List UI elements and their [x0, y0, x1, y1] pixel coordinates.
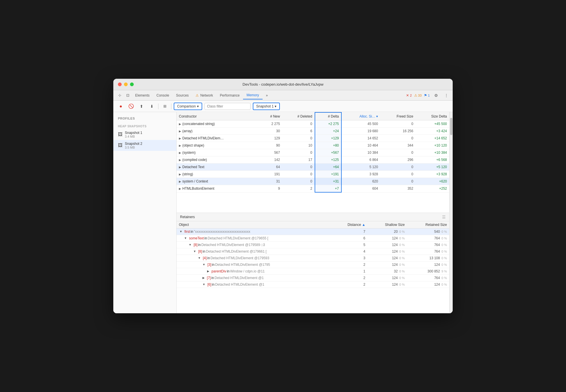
- col-new[interactable]: # New: [259, 112, 282, 120]
- toolbar-separator: [158, 103, 158, 109]
- list-item[interactable]: ▼ [3] in Detached HTMLDivElement @179521…: [177, 261, 449, 268]
- cell-constructor: ▶(compiled code): [177, 156, 259, 164]
- ret-col-retained[interactable]: Retained Size: [407, 221, 449, 228]
- retainers-title: Retainers: [180, 215, 195, 219]
- row-arrow[interactable]: ▼: [202, 263, 205, 266]
- scrollbar-thumb[interactable]: [450, 118, 452, 135]
- row-arrow[interactable]: ▼: [184, 237, 187, 240]
- cell-constructor: ▶Detached HTMLDivElem…: [177, 135, 259, 142]
- cell-size-delta: +5 120: [416, 164, 449, 171]
- warnings-badge: ⚠ 33: [414, 93, 422, 97]
- cell-distance: 5: [331, 241, 368, 248]
- table-row[interactable]: ▶(string) 191 0 +191 3 928 0 +3 928: [177, 171, 449, 178]
- row-arrow[interactable]: ▼: [198, 256, 201, 260]
- col-delta[interactable]: # Delta: [315, 112, 342, 120]
- ret-col-object[interactable]: Object: [177, 221, 331, 228]
- tab-elements[interactable]: Elements: [132, 92, 153, 99]
- table-row[interactable]: ▶(compiled code) 142 17 +125 6 864 296 +…: [177, 156, 449, 164]
- list-item[interactable]: ▼ [8] in Detached HTMLDivElement @179661…: [177, 248, 449, 255]
- row-arrow[interactable]: ▼: [202, 283, 205, 286]
- cell-freed-size: 0: [380, 164, 416, 171]
- cell-freed-size: 16 256: [380, 128, 416, 135]
- tab-network[interactable]: ⚠ Network: [192, 92, 216, 99]
- minimize-button[interactable]: [124, 82, 128, 86]
- more-options-icon[interactable]: ⋮: [442, 91, 450, 99]
- tab-more[interactable]: »: [263, 92, 271, 99]
- col-size-delta[interactable]: Size Delta: [416, 112, 449, 120]
- cell-size-delta: +10 384: [416, 149, 449, 156]
- device-toggle-icon[interactable]: ⊡: [124, 91, 132, 99]
- inspector-icon[interactable]: ⊹: [116, 91, 124, 99]
- cell-deleted: 0: [282, 135, 315, 142]
- tab-performance[interactable]: Performance: [216, 92, 243, 99]
- snapshot-dropdown[interactable]: Snapshot 1 ▾: [253, 103, 280, 110]
- class-filter-input[interactable]: [204, 103, 251, 110]
- list-item[interactable]: ▼ first in "xxxxxxxxxxxxxxxxxxxxxxxxxxxx…: [177, 228, 449, 235]
- toolbar-separator-2: [171, 103, 171, 109]
- table-row[interactable]: ▶(object shape) 90 10 +80 10 464 344 +10…: [177, 142, 449, 149]
- comparison-dropdown[interactable]: Comparison ▾: [174, 103, 202, 110]
- col-constructor[interactable]: Constructor: [177, 112, 259, 120]
- tab-console[interactable]: Console: [153, 92, 173, 99]
- cell-constructor: ▶(concatenated string): [177, 120, 259, 128]
- heap-snapshot-icon[interactable]: ⊞: [161, 102, 169, 110]
- upload-button[interactable]: ⬆: [137, 102, 146, 110]
- cell-deleted: 17: [282, 156, 315, 164]
- snapshot-item-1[interactable]: 🖼 Snapshot 1 3.4 MB: [113, 129, 176, 140]
- heap-snapshots-title: HEAP SNAPSHOTS: [113, 122, 176, 129]
- cell-alloc-size: 14 652: [341, 135, 380, 142]
- table-row[interactable]: ▶system / Context 31 0 +31 620 0 +620: [177, 178, 449, 185]
- retainers-table-container[interactable]: Object Distance Shallow Size Retained Si…: [177, 221, 449, 314]
- cell-freed-size: 0: [380, 120, 416, 128]
- table-row[interactable]: ▶(array) 30 6 +24 19 680 16 256 +3 424: [177, 128, 449, 135]
- snapshot-item-2[interactable]: 🖼 Snapshot 2 3.5 MB: [113, 140, 176, 151]
- cell-size-delta: +3 928: [416, 171, 449, 178]
- table-row[interactable]: ▶Detached Text 64 0 +64 5 120 0 +5 120: [177, 164, 449, 171]
- clear-button[interactable]: 🚫: [127, 102, 135, 110]
- right-scrollbar[interactable]: [449, 112, 453, 313]
- table-row[interactable]: ▶(system) 567 0 +567 10 384 0 +10 384: [177, 149, 449, 156]
- list-item[interactable]: ▼ someText in Detached HTMLDivElement @1…: [177, 235, 449, 241]
- cell-alloc-size: 3 928: [341, 171, 380, 178]
- row-arrow[interactable]: ▼: [193, 250, 196, 253]
- list-item[interactable]: ▼ [4] in Detached HTMLDivElement @179593…: [177, 255, 449, 261]
- cell-object: ▼ [3] in Detached HTMLDivElement @1795: [177, 261, 331, 268]
- tab-memory[interactable]: Memory: [243, 91, 262, 99]
- snapshot-arrow: ▾: [275, 104, 276, 108]
- cell-retained: 764 0 %: [407, 241, 449, 248]
- maximize-button[interactable]: [130, 82, 134, 86]
- settings-icon[interactable]: ⚙: [432, 91, 440, 99]
- record-button[interactable]: ●: [117, 102, 125, 110]
- table-row[interactable]: ▶(concatenated string) 2 275 0 +2 275 45…: [177, 120, 449, 128]
- list-item[interactable]: ▼ [8] in Detached HTMLDivElement @179589…: [177, 241, 449, 248]
- list-item[interactable]: ▶ [7] in Detached HTMLDivElement @12124 …: [177, 274, 449, 281]
- main-table-container[interactable]: Constructor # New # Deleted # Delta Allo…: [177, 112, 449, 213]
- comparison-arrow: ▾: [197, 104, 199, 108]
- table-row[interactable]: ▶Detached HTMLDivElem… 129 0 +129 14 652…: [177, 135, 449, 142]
- cell-freed-size: 296: [380, 156, 416, 164]
- col-deleted[interactable]: # Deleted: [282, 112, 315, 120]
- row-arrow[interactable]: ▼: [179, 230, 182, 233]
- ret-col-distance[interactable]: Distance: [331, 221, 368, 228]
- cell-object: ▼ someText in Detached HTMLDivElement @1…: [177, 235, 331, 241]
- row-arrow[interactable]: ▶: [207, 270, 209, 273]
- row-arrow[interactable]: ▼: [189, 243, 192, 246]
- close-button[interactable]: [118, 82, 122, 86]
- cell-distance: 4: [331, 248, 368, 255]
- tab-sources[interactable]: Sources: [173, 92, 192, 99]
- download-button[interactable]: ⬇: [148, 102, 156, 110]
- cell-deleted: 10: [282, 142, 315, 149]
- cell-retained: 124 0 %: [407, 281, 449, 288]
- cell-size-delta: +14 652: [416, 135, 449, 142]
- list-item[interactable]: ▼ [6] in Detached HTMLDivElement @12124 …: [177, 281, 449, 288]
- toolbar: ● 🚫 ⬆ ⬇ ⊞ Comparison ▾ Snapshot 1 ▾: [113, 101, 453, 112]
- cell-freed-size: 352: [380, 185, 416, 193]
- cell-new: 90: [259, 142, 282, 149]
- cell-size-delta: +10 120: [416, 142, 449, 149]
- col-alloc-size[interactable]: Alloc. Si… ▾: [341, 112, 380, 120]
- table-row[interactable]: ▶HTMLButtonElement 9 2 +7 604 352 +252: [177, 185, 449, 193]
- list-item[interactable]: ▶ parentDiv in Window / cdpn.io @11132 0…: [177, 268, 449, 274]
- row-arrow[interactable]: ▶: [202, 276, 205, 279]
- ret-col-shallow[interactable]: Shallow Size: [368, 221, 407, 228]
- col-freed-size[interactable]: Freed Size: [380, 112, 416, 120]
